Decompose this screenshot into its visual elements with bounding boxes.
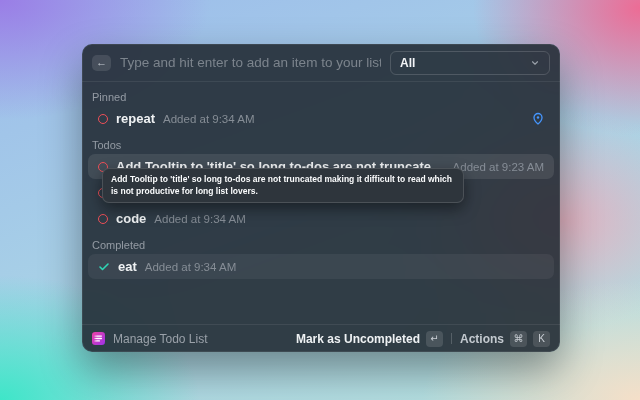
todo-title: repeat <box>116 111 155 126</box>
section-label-todos: Todos <box>92 139 550 151</box>
actions-button[interactable]: Actions <box>460 332 504 346</box>
filter-dropdown-value: All <box>400 56 415 70</box>
todo-circle-icon[interactable] <box>98 214 108 224</box>
chevron-down-icon <box>530 58 540 68</box>
cmd-key-badge: ⌘ <box>510 331 527 347</box>
todo-item-repeat[interactable]: repeat Added at 9:34 AM <box>88 106 554 131</box>
todo-circle-icon[interactable] <box>98 114 108 124</box>
title-tooltip: Add Tooltip to 'title' so long to-dos ar… <box>102 168 464 203</box>
todo-title: eat <box>118 259 137 274</box>
todo-item-code[interactable]: code Added at 9:34 AM <box>88 206 554 231</box>
pin-icon <box>532 112 544 125</box>
back-arrow-icon: ← <box>96 57 107 68</box>
todo-added-time: Added at 9:23 AM <box>453 161 544 173</box>
todo-added-time: Added at 9:34 AM <box>163 113 254 125</box>
back-button[interactable]: ← <box>92 55 111 71</box>
todo-added-time: Added at 9:34 AM <box>145 261 236 273</box>
extension-title: Manage Todo List <box>113 332 208 346</box>
command-header: ← All <box>82 44 560 82</box>
primary-action-button[interactable]: Mark as Uncompleted <box>296 332 420 346</box>
section-label-pinned: Pinned <box>92 91 550 103</box>
search-input[interactable] <box>120 55 381 70</box>
todo-added-time: Added at 9:34 AM <box>154 213 245 225</box>
todo-item-eat[interactable]: eat Added at 9:34 AM <box>88 254 554 279</box>
action-bar: Manage Todo List Mark as Uncompleted ↵ A… <box>82 324 560 352</box>
todo-title: code <box>116 211 146 226</box>
raycast-window: ← All Pinned repeat Added at 9:34 AM Tod… <box>82 44 560 352</box>
section-label-completed: Completed <box>92 239 550 251</box>
footer-divider <box>451 333 452 344</box>
k-key-badge: K <box>533 331 550 347</box>
extension-icon <box>92 332 105 345</box>
todo-list: Pinned repeat Added at 9:34 AM Todos Add… <box>82 82 560 324</box>
enter-key-badge: ↵ <box>426 331 443 347</box>
checkmark-icon[interactable] <box>98 261 110 273</box>
filter-dropdown[interactable]: All <box>390 51 550 75</box>
